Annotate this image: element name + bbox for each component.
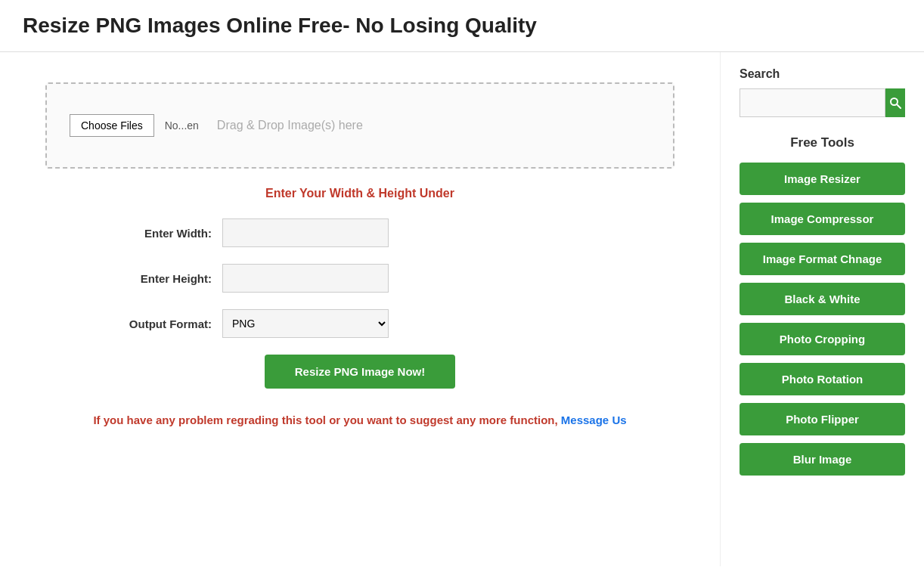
choose-files-button[interactable]: Choose Files <box>70 114 154 137</box>
no-file-chosen-label: No...en <box>165 119 199 132</box>
upload-box: Choose Files No...en Drag & Drop Image(s… <box>45 82 674 169</box>
output-format-row: Output Format: PNG JPG WEBP GIF <box>45 309 674 338</box>
search-icon <box>889 97 901 109</box>
height-input[interactable] <box>222 264 389 293</box>
tool-image-compressor[interactable]: Image Compressor <box>740 203 905 235</box>
instruction-text: Enter Your Width & Height Under <box>45 187 674 200</box>
resize-btn-row: Resize PNG Image Now! <box>45 355 674 389</box>
tool-black-white[interactable]: Black & White <box>740 283 905 315</box>
layout: Choose Files No...en Drag & Drop Image(s… <box>0 52 924 566</box>
tool-photo-cropping[interactable]: Photo Cropping <box>740 323 905 355</box>
tool-blur-image[interactable]: Blur Image <box>740 443 905 476</box>
site-header: Resize PNG Images Online Free- No Losing… <box>0 0 924 52</box>
width-input[interactable] <box>222 218 389 247</box>
tool-photo-rotation[interactable]: Photo Rotation <box>740 363 905 395</box>
width-row: Enter Width: <box>45 218 674 247</box>
footer-message-text: If you have any problem regrading this t… <box>93 414 557 426</box>
footer-message: If you have any problem regrading this t… <box>45 411 674 429</box>
search-row <box>740 88 905 117</box>
tool-image-resizer[interactable]: Image Resizer <box>740 163 905 195</box>
search-input[interactable] <box>740 88 885 117</box>
svg-line-1 <box>897 104 901 108</box>
resize-button[interactable]: Resize PNG Image Now! <box>265 355 456 389</box>
tool-photo-flipper[interactable]: Photo Flipper <box>740 403 905 435</box>
message-us-link[interactable]: Message Us <box>561 414 627 426</box>
main-content: Choose Files No...en Drag & Drop Image(s… <box>0 52 720 566</box>
output-format-label: Output Format: <box>91 318 212 330</box>
search-button[interactable] <box>885 88 905 117</box>
sidebar: Search Free Tools Image Resizer Image Co… <box>720 52 924 566</box>
search-label: Search <box>740 67 905 81</box>
free-tools-title: Free Tools <box>740 135 905 150</box>
output-format-select[interactable]: PNG JPG WEBP GIF <box>222 309 389 338</box>
height-row: Enter Height: <box>45 264 674 293</box>
tool-image-format-change[interactable]: Image Format Chnage <box>740 243 905 275</box>
width-label: Enter Width: <box>91 227 212 240</box>
drag-drop-label: Drag & Drop Image(s) here <box>217 119 363 132</box>
height-label: Enter Height: <box>91 272 212 285</box>
page-title: Resize PNG Images Online Free- No Losing… <box>23 14 901 38</box>
